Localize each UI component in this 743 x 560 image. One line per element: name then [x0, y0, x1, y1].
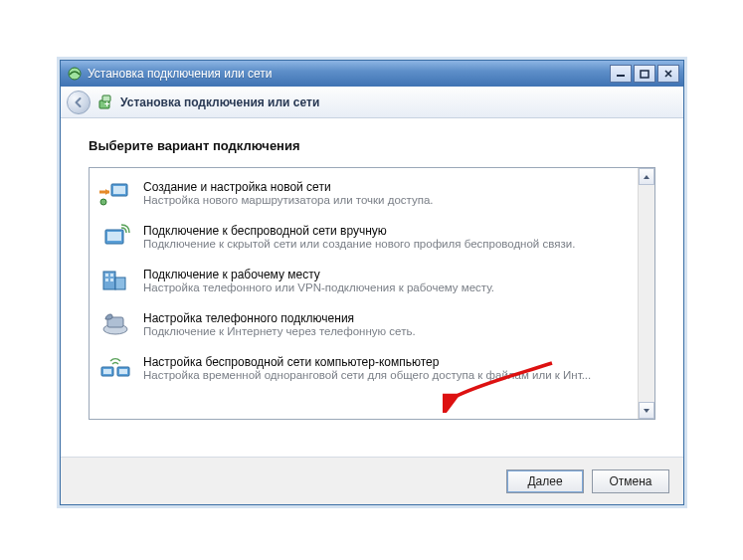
option-title: Подключение к рабочему месту	[143, 268, 494, 281]
svg-rect-14	[105, 279, 108, 281]
option-title: Подключение к беспроводной сети вручную	[143, 224, 575, 238]
wizard-icon: +	[96, 93, 114, 111]
option-desc: Настройка нового маршрутизатора или точк…	[143, 194, 434, 206]
option-manual-wireless[interactable]: Подключение к беспроводной сети вручную …	[93, 216, 636, 260]
next-button[interactable]: Далее	[506, 469, 584, 493]
options-list-body: Создание и настройка новой сети Настройк…	[90, 168, 638, 419]
maximize-button[interactable]	[634, 65, 655, 83]
new-network-icon	[97, 177, 133, 209]
adhoc-icon	[97, 352, 133, 384]
wizard-header-title: Установка подключения или сети	[120, 95, 319, 109]
svg-rect-7	[113, 186, 125, 194]
option-workplace[interactable]: Подключение к рабочему месту Настройка т…	[93, 260, 636, 303]
app-icon	[67, 66, 83, 82]
svg-point-8	[100, 199, 106, 205]
page-heading: Выберите вариант подключения	[89, 138, 655, 153]
option-title: Настройка телефонного подключения	[143, 311, 416, 325]
svg-rect-1	[617, 75, 625, 77]
scroll-down-button[interactable]	[639, 402, 654, 419]
option-new-network[interactable]: Создание и настройка новой сети Настройк…	[93, 172, 636, 216]
svg-rect-15	[110, 279, 113, 281]
wizard-footer: Далее Отмена	[61, 457, 683, 504]
wizard-content: Выберите вариант подключения Со	[61, 118, 683, 457]
scroll-up-button[interactable]	[639, 168, 654, 185]
svg-rect-12	[105, 274, 108, 277]
options-listbox: Создание и настройка новой сети Настройк…	[89, 167, 655, 420]
titlebar: Установка подключения или сети	[61, 61, 683, 87]
manual-wireless-icon	[97, 221, 133, 253]
svg-text:+: +	[104, 99, 109, 109]
minimize-button[interactable]	[610, 65, 632, 83]
svg-rect-22	[119, 369, 127, 374]
svg-rect-20	[103, 369, 111, 374]
cancel-button[interactable]: Отмена	[592, 469, 669, 493]
svg-rect-2	[641, 71, 649, 78]
option-desc: Подключение к скрытой сети или создание …	[143, 238, 575, 250]
workplace-icon	[97, 265, 133, 296]
svg-rect-13	[110, 274, 113, 277]
scroll-track[interactable]	[639, 185, 654, 402]
window-title: Установка подключения или сети	[88, 67, 608, 81]
option-dialup[interactable]: Настройка телефонного подключения Подклю…	[93, 303, 636, 347]
option-desc: Настройка телефонного или VPN-подключени…	[143, 281, 494, 293]
svg-rect-10	[107, 232, 121, 241]
option-adhoc[interactable]: Настройка беспроводной сети компьютер-ко…	[93, 347, 636, 391]
option-title: Настройка беспроводной сети компьютер-ко…	[143, 355, 591, 369]
svg-rect-16	[115, 278, 125, 289]
dialog-window: Установка подключения или сети + Установ…	[60, 60, 684, 505]
dialup-icon	[97, 308, 133, 340]
wizard-header: + Установка подключения или сети	[61, 87, 683, 118]
option-desc: Настройка временной одноранговой сети дл…	[143, 369, 591, 381]
svg-rect-11	[103, 272, 115, 289]
option-title: Создание и настройка новой сети	[143, 180, 434, 194]
close-button[interactable]	[657, 65, 679, 83]
option-desc: Подключение к Интернету через телефонную…	[143, 325, 416, 337]
back-button[interactable]	[67, 91, 91, 114]
list-scrollbar[interactable]	[638, 168, 654, 419]
